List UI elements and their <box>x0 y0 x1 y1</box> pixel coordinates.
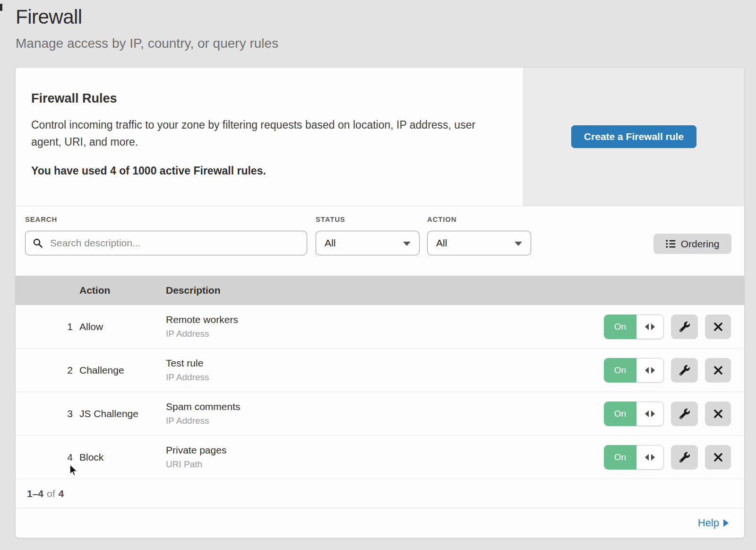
card-heading: Firewall Rules <box>31 91 495 106</box>
card-description: Control incoming traffic to your zone by… <box>31 116 480 150</box>
rule-controls: On <box>604 402 731 426</box>
wrench-icon <box>679 452 690 463</box>
arrow-left-icon <box>645 367 649 374</box>
action-label: ACTION <box>427 215 456 223</box>
column-action: Action <box>79 285 166 296</box>
rule-enabled-toggle[interactable]: On <box>604 402 664 426</box>
screenshot-edge-artifact <box>0 4 2 11</box>
edit-rule-button[interactable] <box>671 314 698 339</box>
status-select[interactable]: All <box>316 231 420 255</box>
rule-action: JS Challenge <box>79 408 166 419</box>
chevron-down-icon <box>515 242 522 246</box>
arrow-right-icon <box>651 323 655 330</box>
edit-rule-button[interactable] <box>671 358 698 383</box>
close-icon <box>713 453 723 462</box>
rule-priority: 3 <box>16 408 79 419</box>
rule-action: Block <box>79 452 166 463</box>
page-title: Firewall <box>16 6 278 28</box>
rule-controls: On <box>604 358 731 383</box>
filters-bar: SEARCH STATUS All ACTION All Ordering <box>16 206 744 276</box>
ordering-list-icon <box>666 239 676 248</box>
toggle-handle[interactable] <box>636 358 664 383</box>
ordering-button-label: Ordering <box>681 238 720 250</box>
search-label: SEARCH <box>25 215 57 223</box>
pagination-range: 1–4 <box>27 488 43 499</box>
create-firewall-rule-button[interactable]: Create a Firewall rule <box>571 125 696 148</box>
toggle-handle[interactable] <box>636 445 664 470</box>
rule-controls: On <box>604 445 731 470</box>
search-input[interactable] <box>25 231 307 255</box>
rule-action: Challenge <box>79 365 166 376</box>
arrow-left-icon <box>645 454 649 461</box>
arrow-left-icon <box>645 323 649 330</box>
edit-rule-button[interactable] <box>671 402 698 426</box>
table-row: 4 Block Private pages URI Path On <box>16 436 744 479</box>
delete-rule-button[interactable] <box>705 314 731 339</box>
rule-enabled-toggle[interactable]: On <box>604 314 664 339</box>
table-row: 1 Allow Remote workers IP Address On <box>16 305 744 349</box>
arrow-left-icon <box>645 410 649 417</box>
toggle-on-label: On <box>604 402 636 426</box>
edit-rule-button[interactable] <box>671 445 698 470</box>
rule-priority: 4 <box>16 452 79 463</box>
rule-controls: On <box>604 314 731 339</box>
firewall-rules-card: Firewall Rules Control incoming traffic … <box>16 68 744 206</box>
rule-priority: 2 <box>16 365 79 376</box>
column-description: Description <box>166 285 744 296</box>
status-label: STATUS <box>316 215 345 223</box>
toggle-on-label: On <box>604 358 636 383</box>
delete-rule-button[interactable] <box>705 358 731 383</box>
toggle-on-label: On <box>604 445 636 470</box>
rule-enabled-toggle[interactable]: On <box>604 358 664 383</box>
panel-footer: Help <box>16 508 744 538</box>
card-side-panel: Create a Firewall rule <box>524 68 744 206</box>
delete-rule-button[interactable] <box>705 445 731 470</box>
rule-action: Allow <box>79 321 166 332</box>
wrench-icon <box>679 409 690 419</box>
page-header: Firewall Manage access by IP, country, o… <box>16 6 278 51</box>
chevron-down-icon <box>403 242 411 246</box>
table-header: Action Description <box>16 276 744 305</box>
close-icon <box>713 322 723 332</box>
firewall-rules-card-text: Firewall Rules Control incoming traffic … <box>16 68 524 206</box>
help-link[interactable]: Help <box>698 517 729 529</box>
pagination-of: of <box>47 488 55 499</box>
toggle-handle[interactable] <box>636 314 664 339</box>
action-select[interactable]: All <box>427 231 531 255</box>
wrench-icon <box>679 322 690 332</box>
wrench-icon <box>679 365 690 375</box>
rule-priority: 1 <box>16 321 79 332</box>
arrow-right-icon <box>651 410 655 417</box>
toggle-handle[interactable] <box>636 402 664 426</box>
ordering-button[interactable]: Ordering <box>653 234 731 254</box>
help-link-label: Help <box>698 517 719 529</box>
rules-usage-text: You have used 4 of 1000 active Firewall … <box>31 165 495 177</box>
action-select-value: All <box>436 237 447 249</box>
table-row: 3 JS Challenge Spam comments IP Address … <box>16 392 744 436</box>
status-select-value: All <box>325 237 335 249</box>
table-row: 2 Challenge Test rule IP Address On <box>16 349 744 392</box>
pagination-bar: 1–4 of 4 <box>16 479 744 508</box>
delete-rule-button[interactable] <box>705 402 731 426</box>
firewall-panel: Firewall Rules Control incoming traffic … <box>16 68 744 538</box>
help-arrow-icon <box>723 519 729 527</box>
arrow-right-icon <box>651 367 655 374</box>
toggle-on-label: On <box>604 314 636 339</box>
search-field-wrap <box>25 231 307 255</box>
rule-enabled-toggle[interactable]: On <box>604 445 664 470</box>
close-icon <box>713 409 723 419</box>
arrow-right-icon <box>651 454 655 461</box>
pagination-total: 4 <box>59 488 64 499</box>
page-subtitle: Manage access by IP, country, or query r… <box>16 36 278 51</box>
close-icon <box>713 366 723 375</box>
